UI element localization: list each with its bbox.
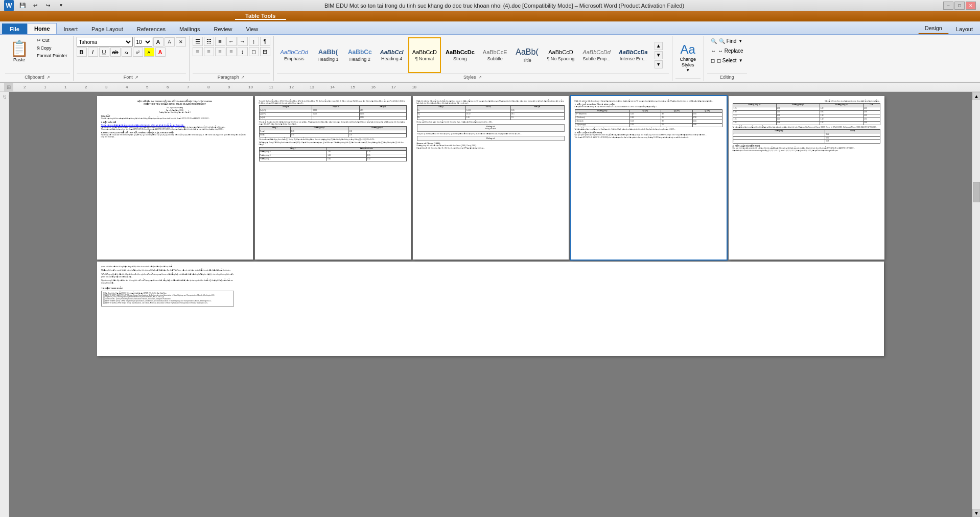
find-icon: 🔍 (711, 38, 717, 44)
style-subtitle[interactable]: AaBbCcE Subtitle (479, 37, 511, 73)
quick-redo[interactable]: ↪ (43, 1, 52, 10)
styles-scroll-down[interactable]: ▼ (655, 51, 663, 59)
tab-review[interactable]: Review (207, 24, 239, 34)
ruler-left-control[interactable]: ⊞ (4, 83, 13, 91)
style-emphasis[interactable]: AaBbCcDd Emphasis (277, 37, 312, 73)
decrease-indent-button[interactable]: ← (226, 37, 237, 46)
tab-layout[interactable]: Layout (949, 24, 979, 34)
text-color-button[interactable]: A (155, 48, 166, 57)
table-tools-tab[interactable]: Table Tools (235, 13, 286, 20)
tab-page-layout[interactable]: Page Layout (85, 24, 130, 34)
align-left-button[interactable]: ≡ (193, 47, 203, 56)
clipboard-label: Clipboard ↗ (5, 73, 70, 80)
find-button[interactable]: 🔍 🔍 Find ▼ (707, 37, 746, 45)
page-area[interactable]: MỘT SỐ TỒN TẠI TRONG DỰ TINH SỨC KHÁNG Đ… (9, 92, 972, 517)
text-highlight-button[interactable]: A (144, 48, 154, 57)
superscript-button[interactable]: x² (133, 48, 143, 57)
scroll-track (972, 100, 980, 509)
style-normal-preview: AaBbCcD (412, 49, 437, 55)
style-intense-emp[interactable]: AaBbCcDa Intense Em... (615, 37, 651, 73)
find-label: 🔍 Find (719, 38, 736, 44)
document-page-3[interactable]: Được tính từ công thức phải vào địa điểm… (413, 96, 569, 260)
scroll-up-button[interactable]: ▲ (972, 92, 980, 100)
style-strong[interactable]: AaBbCcDc Strong (442, 37, 478, 73)
font-grow-button[interactable]: A (153, 37, 164, 46)
document-page-2[interactable]: Trong đó: Qs, bao tổng đơn vị (kPa), Đ, … (255, 96, 411, 260)
show-hide-button[interactable]: ¶ (260, 37, 270, 46)
font-launcher[interactable]: ↗ (135, 75, 138, 80)
italic-button[interactable]: I (88, 48, 98, 57)
document-page-4[interactable]: Được tính từ công thức theo các giá trị … (571, 96, 727, 260)
style-subtle-emp-label: Subtle Emp... (583, 56, 611, 61)
align-right-button[interactable]: ≡ (215, 47, 225, 56)
scroll-thumb[interactable] (973, 182, 980, 202)
font-clear-button[interactable]: ✕ (176, 37, 186, 46)
minimize-button[interactable]: – (943, 2, 953, 10)
editing-label: Editing (707, 73, 746, 80)
cut-button[interactable]: ✂ Cut (34, 37, 70, 44)
format-painter-button[interactable]: Format Painter (34, 52, 70, 59)
copy-button[interactable]: ⎘ Copy (34, 44, 70, 52)
increase-indent-button[interactable]: → (238, 37, 248, 46)
styles-dropdown[interactable]: ▼ (655, 60, 663, 68)
main-area: 123 456 789 101112 131415 161718 192021 … (0, 92, 980, 517)
underline-button[interactable]: U (99, 48, 109, 57)
styles-gallery: AaBbCcDd Emphasis AaBb( Heading 1 AaBbCc… (277, 37, 664, 73)
title-text: BIM EDU Mot so ton tai trong du tinh suc… (65, 3, 943, 9)
style-heading2-label: Heading 2 (349, 57, 370, 62)
para-row-2: ≡ ≡ ≡ ≡ ↕ ◻ ⊟ (193, 47, 270, 56)
change-styles-button[interactable]: Aa ChangeStyles ▼ (675, 40, 701, 76)
tab-references[interactable]: References (130, 24, 172, 34)
bullets-button[interactable]: ☰ (193, 37, 203, 46)
document-page-5[interactable]: Kết quả tính toán theo các phương pháp k… (729, 96, 884, 260)
select-dropdown[interactable]: ▼ (739, 58, 743, 63)
clipboard-launcher[interactable]: ↗ (46, 75, 50, 80)
paste-button[interactable]: 📋 Paste (5, 37, 33, 65)
tab-insert[interactable]: Insert (57, 24, 85, 34)
subscript-button[interactable]: x₂ (122, 48, 132, 57)
document-page-1[interactable]: MỘT SỐ TỒN TẠI TRONG DỰ TINH SỨC KHÁNG Đ… (97, 96, 253, 260)
bold-button[interactable]: B (77, 48, 87, 57)
word-icon: W (4, 0, 14, 11)
font-shrink-button[interactable]: A (165, 37, 175, 46)
document-page-bottom[interactable]: quan sát thêm về các thí nghiệm tầng số … (97, 262, 884, 356)
numbered-button[interactable]: ☷ (204, 37, 214, 46)
quick-undo[interactable]: ↩ (31, 1, 39, 10)
table-tools-area: Table Tools (0, 11, 980, 21)
tab-mailings[interactable]: Mailings (173, 24, 206, 34)
quick-save[interactable]: 💾 (18, 1, 27, 10)
tab-view[interactable]: View (240, 24, 265, 34)
multilevel-button[interactable]: ≡ (215, 37, 225, 46)
styles-scroll-up[interactable]: ▲ (655, 42, 663, 50)
styles-launcher-btn[interactable]: ↗ (478, 75, 482, 80)
align-center-button[interactable]: ≡ (204, 47, 214, 56)
style-subtle-emp[interactable]: AaBbCcDd Subtle Emp... (579, 37, 614, 73)
replace-button[interactable]: ↔ ↔ Replace (707, 46, 746, 55)
close-button[interactable]: ✕ (966, 2, 976, 10)
quick-dropdown[interactable]: ▼ (57, 1, 65, 10)
paragraph-launcher[interactable]: ↗ (241, 75, 245, 80)
restore-button[interactable]: □ (954, 2, 965, 10)
style-heading4[interactable]: AaBbCcI Heading 4 (377, 37, 407, 73)
font-size-select[interactable]: 10 (134, 37, 152, 47)
find-dropdown[interactable]: ▼ (738, 39, 742, 43)
select-button[interactable]: ◻ ◻ Select ▼ (707, 56, 746, 65)
justify-button[interactable]: ≡ (226, 47, 237, 56)
style-no-spacing[interactable]: AaBbCcD ¶ No Spacing (544, 37, 578, 73)
font-name-select[interactable]: Tahoma (77, 37, 133, 47)
style-heading2[interactable]: AaBbCc Heading 2 (344, 37, 376, 73)
style-title[interactable]: AaBb( Title (512, 37, 543, 73)
paragraph-group-content: ☰ ☷ ≡ ← → ↕ ¶ ≡ ≡ ≡ ≡ ↕ ◻ ⊟ (193, 37, 270, 73)
borders-button[interactable]: ⊟ (260, 47, 270, 56)
style-heading1[interactable]: AaBb( Heading 1 (313, 37, 343, 73)
line-spacing-button[interactable]: ↕ (238, 47, 248, 56)
strikethrough-button[interactable]: ab (110, 48, 121, 57)
style-strong-preview: AaBbCcDc (446, 49, 475, 55)
scroll-down-button[interactable]: ▼ (972, 509, 980, 517)
tab-home[interactable]: Home (28, 23, 57, 34)
sort-button[interactable]: ↕ (249, 37, 259, 46)
shading-button[interactable]: ◻ (249, 47, 259, 56)
style-normal[interactable]: AaBbCcD ¶ Normal (408, 37, 441, 73)
tab-file[interactable]: File (2, 24, 27, 34)
tab-design[interactable]: Design (918, 22, 949, 34)
